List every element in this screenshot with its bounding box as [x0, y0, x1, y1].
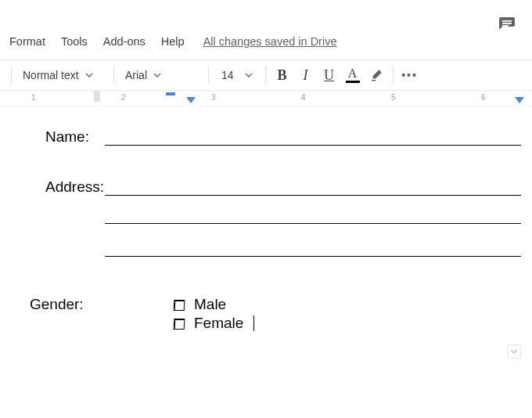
bold-icon: B [278, 67, 287, 84]
chevron-down-icon [153, 69, 161, 81]
chevron-down-icon [245, 69, 253, 81]
bold-button[interactable]: B [271, 64, 294, 86]
address-field-line [105, 241, 521, 257]
document-page[interactable]: Name: Address: Gender: Male Female [0, 106, 532, 332]
more-tools-button[interactable]: ••• [398, 64, 422, 86]
explore-caret-button[interactable] [507, 344, 521, 359]
svg-rect-1 [502, 23, 512, 24]
toolbar: Normal text Arial 14 B I U A [0, 60, 532, 90]
gender-options: Male Female [174, 296, 254, 332]
highlight-icon [369, 68, 383, 82]
gender-option-male: Male [174, 296, 254, 313]
address-label: Address: [11, 178, 105, 196]
underline-icon: U [324, 67, 334, 84]
menu-format[interactable]: Format [9, 35, 45, 48]
ruler-number: 4 [301, 93, 306, 102]
menubar: Format Tools Add-ons Help All changes sa… [0, 30, 532, 53]
paragraph-style-dropdown[interactable]: Normal text [16, 64, 109, 86]
chevron-down-icon [510, 348, 518, 355]
checkbox-icon [174, 300, 185, 311]
svg-rect-0 [502, 20, 512, 22]
ruler-margin-indicator [94, 91, 100, 102]
open-comments-button[interactable] [496, 14, 518, 36]
text-color-icon: A [346, 67, 360, 83]
separator [208, 67, 209, 84]
more-icon: ••• [401, 69, 418, 81]
left-indent-marker[interactable] [186, 97, 196, 103]
ruler-number: 6 [481, 93, 486, 102]
svg-rect-2 [502, 25, 509, 27]
first-line-indent-marker[interactable] [166, 92, 175, 95]
font-size-value: 14 [221, 69, 234, 81]
italic-button[interactable]: I [294, 64, 318, 86]
name-field-line [105, 128, 521, 146]
underline-button[interactable]: U [318, 64, 341, 86]
address-field-line [105, 178, 521, 196]
font-size-dropdown[interactable]: 14 [214, 64, 261, 86]
ruler-number: 3 [211, 93, 216, 102]
ruler-number: 5 [391, 93, 396, 102]
comment-icon [498, 16, 516, 34]
italic-icon: I [304, 67, 308, 84]
separator [265, 67, 266, 84]
ruler-number: 2 [121, 93, 126, 102]
separator [113, 67, 114, 84]
checkbox-icon [174, 319, 185, 330]
menu-tools[interactable]: Tools [61, 35, 88, 48]
gender-option-label: Female [194, 315, 243, 332]
highlight-color-button[interactable] [365, 64, 388, 86]
paragraph-style-value: Normal text [23, 69, 79, 81]
separator [11, 67, 12, 84]
name-label: Name: [11, 128, 105, 146]
gender-option-female: Female [174, 315, 254, 332]
saved-status-link[interactable]: All changes saved in Drive [203, 35, 337, 48]
horizontal-ruler[interactable]: 1 2 3 4 5 6 [0, 91, 532, 106]
gender-label: Gender: [11, 296, 174, 313]
menu-help[interactable]: Help [161, 35, 185, 48]
text-color-button[interactable]: A [341, 64, 365, 86]
separator [393, 67, 394, 84]
font-family-dropdown[interactable]: Arial [119, 64, 203, 86]
right-indent-marker[interactable] [515, 97, 524, 103]
font-family-value: Arial [125, 69, 147, 81]
menu-addons[interactable]: Add-ons [103, 35, 146, 48]
chevron-down-icon [85, 69, 93, 81]
ruler-number: 1 [31, 93, 36, 102]
gender-option-label: Male [194, 296, 226, 313]
text-cursor [253, 315, 254, 331]
address-field-line [105, 208, 521, 224]
